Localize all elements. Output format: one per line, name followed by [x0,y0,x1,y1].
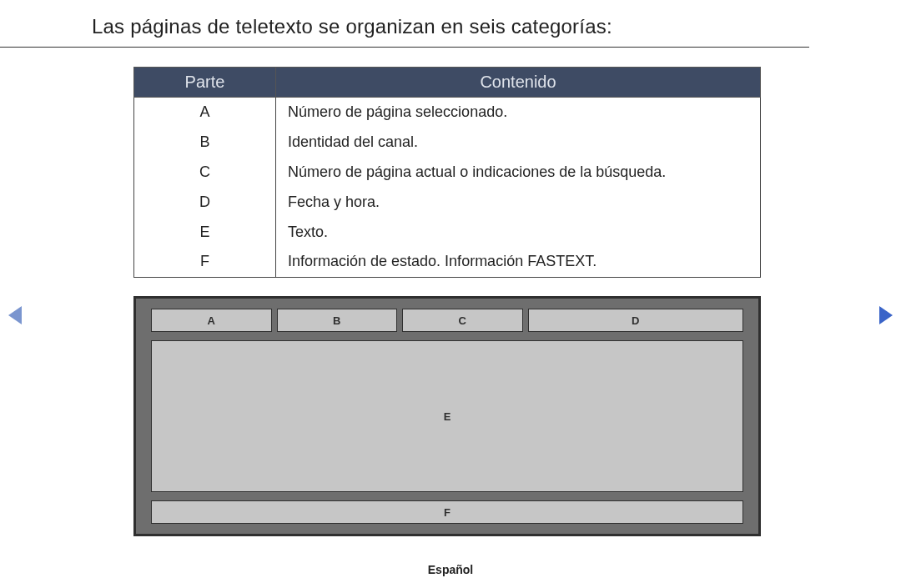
content-cell: Identidad del canal. [276,128,761,158]
page-title: Las páginas de teletexto se organizan en… [0,0,809,48]
part-cell: F [134,247,276,277]
table-row: C Número de página actual o indicaciones… [134,158,761,188]
part-cell: A [134,98,276,128]
content-cell: Información de estado. Información FASTE… [276,247,761,277]
content-cell: Texto. [276,218,761,248]
part-cell: E [134,218,276,248]
categories-table: Parte Contenido A Número de página selec… [133,67,761,278]
table-row: B Identidad del canal. [134,128,761,158]
content-cell: Número de página seleccionado. [276,98,761,128]
layout-region-c: C [402,309,523,332]
prev-page-arrow-icon[interactable] [8,306,22,324]
teletext-layout-diagram: A B C D E F [133,296,761,536]
part-cell: D [134,188,276,218]
layout-region-a: A [151,309,272,332]
content-cell: Fecha y hora. [276,188,761,218]
table-row: E Texto. [134,218,761,248]
content-area: Parte Contenido A Número de página selec… [0,52,901,536]
footer-language: Español [0,563,901,576]
header-part: Parte [134,68,276,98]
layout-region-f: F [151,500,743,524]
layout-region-b: B [277,309,398,332]
table-row: F Información de estado. Información FAS… [134,247,761,277]
header-content: Contenido [276,68,761,98]
categories-table-wrap: Parte Contenido A Número de página selec… [133,67,761,278]
table-row: D Fecha y hora. [134,188,761,218]
layout-region-e: E [151,340,743,492]
content-cell: Número de página actual o indicaciones d… [276,158,761,188]
layout-region-d: D [528,309,744,332]
part-cell: B [134,128,276,158]
next-page-arrow-icon[interactable] [879,306,893,324]
layout-row-top: A B C D [151,309,743,332]
part-cell: C [134,158,276,188]
table-row: A Número de página seleccionado. [134,98,761,128]
